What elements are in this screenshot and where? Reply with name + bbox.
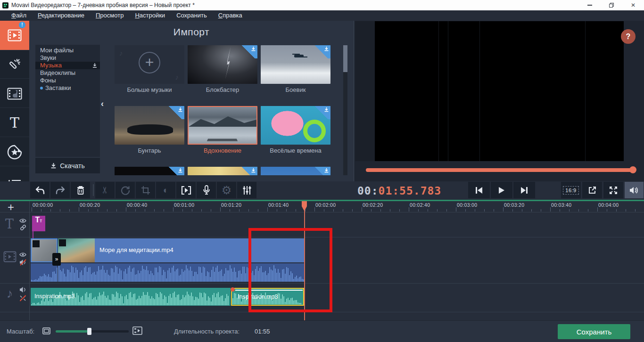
waveform-bar	[226, 294, 227, 305]
menu-item[interactable]: Файл	[6, 10, 32, 21]
waveform-bar	[122, 279, 123, 282]
stickers-icon	[7, 144, 23, 160]
volume-keyframe-dot[interactable]	[231, 287, 235, 292]
sidebar-item-stickers[interactable]	[0, 138, 29, 166]
zoom-out-icon[interactable]	[42, 327, 50, 336]
waveform-bar	[174, 292, 175, 305]
close-button[interactable]: ✕	[622, 0, 644, 10]
next-frame-button[interactable]	[513, 182, 535, 198]
menu-item[interactable]: Сохранить	[171, 10, 213, 21]
waveform-bar	[156, 293, 157, 305]
color-adjust-button[interactable]: ◐	[156, 182, 175, 198]
media-tile[interactable]: Боевик	[261, 45, 330, 96]
volume-button[interactable]	[625, 182, 644, 198]
crop-button[interactable]	[136, 182, 155, 198]
undo-button[interactable]	[30, 182, 50, 198]
audio-clip-1[interactable]: Inspiration.mp3	[31, 288, 231, 306]
waveform-bar	[187, 292, 188, 305]
menu-item[interactable]: Редактирование	[32, 10, 90, 21]
media-tile[interactable]: Блокбастер	[188, 45, 257, 96]
waveform-bar	[197, 274, 198, 282]
media-tile-label: Вдохновение	[188, 147, 257, 154]
audio-levels-button[interactable]	[237, 182, 256, 198]
media-tile[interactable]: ♪♪+Больше музыки	[115, 45, 184, 96]
waveform-bar	[42, 276, 43, 282]
clip-properties-button[interactable]: ⚙	[217, 182, 236, 198]
scissors-icon: ✂	[100, 187, 109, 194]
cut-button[interactable]: ✂	[95, 182, 115, 198]
video-track-visibility-button[interactable]	[19, 251, 26, 259]
ruler-tick	[69, 209, 70, 212]
waveform-bar	[94, 272, 95, 282]
play-button[interactable]	[491, 182, 512, 198]
media-tile[interactable]: Вдохновение	[188, 106, 257, 157]
ruler-tick	[126, 207, 126, 212]
media-tile[interactable]: Бунтарь	[115, 106, 184, 157]
waveform-bar	[84, 268, 85, 282]
import-category-item[interactable]: Звуки	[35, 54, 100, 62]
transition-wizard-button[interactable]	[176, 182, 196, 198]
previous-frame-button[interactable]	[468, 182, 490, 198]
import-category-item[interactable]: Заставки	[35, 84, 100, 92]
waveform-bar	[82, 296, 83, 305]
fullscreen-button[interactable]	[603, 182, 623, 198]
aspect-ratio-button[interactable]: 16:9	[561, 182, 581, 198]
download-button[interactable]: Скачать	[35, 158, 100, 173]
sidebar-item-import[interactable]: !	[0, 21, 29, 50]
rotate-button[interactable]	[116, 182, 135, 198]
slider-handle[interactable]	[87, 328, 91, 335]
media-thumbnail	[115, 106, 184, 145]
waveform-bar	[149, 296, 149, 305]
import-category-selected[interactable]: Музыка	[35, 62, 100, 69]
import-category-item[interactable]: Мои файлы	[35, 47, 100, 54]
import-category-item[interactable]: Видеоклипы	[35, 69, 100, 77]
transition-marker[interactable]: »	[52, 253, 61, 266]
media-tile[interactable]	[188, 167, 257, 175]
ruler-tick	[428, 209, 428, 212]
media-tile[interactable]	[115, 167, 184, 175]
collapse-panel-chevron-icon[interactable]: ‹	[101, 99, 104, 109]
waveform-bar	[58, 265, 59, 282]
timeline-zoom-slider[interactable]	[56, 330, 129, 333]
media-tile[interactable]	[261, 167, 330, 175]
waveform-bar	[189, 270, 190, 282]
audio-track-mute-button[interactable]	[19, 286, 27, 295]
record-voice-button[interactable]	[197, 182, 216, 198]
title-track-link-button[interactable]	[20, 224, 26, 233]
minimize-button[interactable]	[579, 0, 601, 10]
detach-preview-button[interactable]	[582, 182, 602, 198]
timeline-ruler[interactable]: 00:00:0000:00:2000:00:4000:01:0000:01:20…	[29, 201, 644, 212]
import-category-item[interactable]: Фоны	[35, 77, 100, 84]
video-track-mute-button[interactable]	[19, 259, 27, 268]
seek-bar[interactable]	[366, 168, 636, 172]
menu-item[interactable]: Справка	[213, 10, 248, 21]
sidebar-item-titles[interactable]: T	[0, 109, 29, 137]
maximize-button[interactable]	[601, 0, 622, 10]
waveform-bar	[176, 269, 177, 282]
tiles-scrollbar[interactable]	[343, 45, 347, 175]
waveform-bar	[241, 301, 242, 304]
ruler-tick	[550, 207, 551, 212]
zoom-in-icon[interactable]	[132, 326, 142, 336]
save-button[interactable]: Сохранить	[558, 324, 630, 339]
sidebar-item-filters[interactable]	[0, 50, 29, 79]
waveform-bar	[178, 294, 179, 305]
download-icon	[92, 63, 98, 68]
waveform-bar	[143, 269, 144, 282]
redo-button[interactable]	[50, 182, 70, 198]
delete-button[interactable]	[71, 182, 90, 198]
title-clip[interactable]: Tт	[32, 216, 45, 231]
menu-item[interactable]: Настройки	[129, 10, 171, 21]
media-thumbnail	[261, 167, 330, 175]
sidebar-item-transitions[interactable]	[0, 80, 29, 108]
help-button[interactable]: ?	[621, 29, 636, 44]
waveform-bar	[121, 270, 122, 282]
scrollbar-thumb[interactable]	[343, 45, 347, 72]
waveform-bar	[70, 272, 71, 282]
waveform-bar	[105, 296, 106, 305]
waveform-bar	[194, 272, 195, 282]
media-tile[interactable]: Весёлые времена	[261, 106, 330, 157]
audio-track-unlink-button[interactable]	[19, 295, 26, 303]
menu-item[interactable]: Просмотр	[90, 10, 129, 21]
seek-handle[interactable]	[629, 166, 636, 173]
